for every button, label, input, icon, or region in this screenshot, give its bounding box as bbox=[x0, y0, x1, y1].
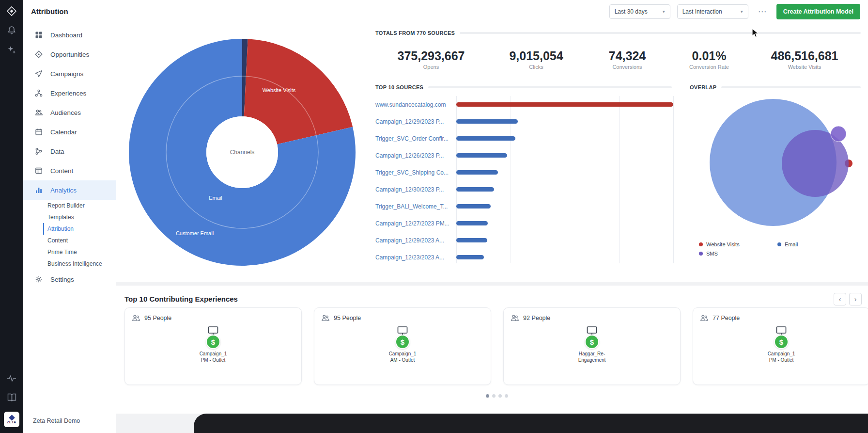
notifications-bell-icon[interactable] bbox=[6, 25, 17, 36]
experience-name: Haggar_Re-Engagement bbox=[576, 351, 608, 363]
sidebar-item-data[interactable]: Data bbox=[23, 142, 116, 161]
sidebar-item-opportunities[interactable]: Opportunities bbox=[23, 45, 116, 64]
sidebar-items: DashboardOpportunitiesCampaignsExperienc… bbox=[23, 25, 116, 289]
experience-card-body: $Campaign_1 AM - Outlet bbox=[314, 325, 491, 363]
carousel-next-button[interactable]: › bbox=[849, 293, 862, 305]
carousel-dot-2[interactable] bbox=[492, 394, 496, 398]
source-bar-track bbox=[456, 187, 673, 192]
source-bar bbox=[456, 187, 494, 192]
source-bar bbox=[456, 221, 488, 225]
experience-name: Campaign_1 PM - Outlet bbox=[197, 351, 229, 363]
source-row: Trigger_SVC_Shipping Co... bbox=[375, 164, 676, 181]
source-label[interactable]: Campaign_12/30/2023 P... bbox=[375, 186, 456, 193]
source-label[interactable]: Campaign_12/27/2023 PM... bbox=[375, 220, 456, 227]
sidebar-subitem-prime-time[interactable]: Prime Time bbox=[43, 246, 116, 258]
sidebar-subitem-attribution[interactable]: Attribution bbox=[43, 223, 116, 235]
signal-icon[interactable] bbox=[6, 373, 17, 384]
zeta-badge[interactable]: ZETA bbox=[4, 412, 19, 427]
opportunities-icon bbox=[35, 50, 43, 58]
experience-name: Campaign_1 PM - Outlet bbox=[765, 351, 797, 363]
zeta-logo-icon[interactable] bbox=[6, 6, 17, 16]
carousel-dot-3[interactable] bbox=[498, 394, 502, 398]
source-bar-track bbox=[456, 204, 673, 208]
carousel-dot-1[interactable] bbox=[486, 394, 489, 398]
header-controls: Last 30 days ▾ Last Interaction ▾ ⋯ Crea… bbox=[609, 4, 860, 19]
overlap-venn-chart bbox=[698, 91, 862, 237]
source-label[interactable]: www.sundancecatalog.com bbox=[375, 101, 456, 108]
source-bar-track bbox=[456, 102, 673, 107]
source-row: Campaign_12/29/2023 P... bbox=[375, 113, 676, 130]
campaigns-icon bbox=[35, 70, 43, 78]
sidebar-subitem-content[interactable]: Content bbox=[43, 235, 116, 246]
source-row: Trigger_BALI_Welcome_T... bbox=[375, 198, 676, 215]
people-icon bbox=[321, 314, 330, 322]
source-bar bbox=[456, 255, 484, 259]
main-content: Channels Website Visits Email Customer E… bbox=[116, 23, 868, 433]
source-label[interactable]: Campaign_12/29/2023 P... bbox=[375, 118, 456, 125]
sidebar-item-label: Audiences bbox=[50, 109, 81, 116]
more-options-button[interactable]: ⋯ bbox=[755, 6, 770, 17]
sidebar-subitem-business-intelligence[interactable]: Business Intelligence bbox=[43, 258, 116, 270]
stat-value: 486,516,681 bbox=[771, 48, 838, 63]
heading-rule bbox=[721, 86, 861, 88]
sidebar-item-dashboard[interactable]: Dashboard bbox=[23, 25, 116, 45]
sidebar-item-experiences[interactable]: Experiences bbox=[23, 83, 116, 103]
people-count: 95 People bbox=[132, 314, 294, 322]
sidebar-item-calendar[interactable]: Calendar bbox=[23, 122, 116, 142]
source-bar-track bbox=[456, 221, 673, 225]
attribution-type-dropdown[interactable]: Last Interaction ▾ bbox=[677, 4, 748, 19]
people-count-label: 77 People bbox=[713, 315, 740, 321]
sidebar-subitem-report-builder[interactable]: Report Builder bbox=[43, 200, 116, 211]
source-label[interactable]: Trigger_SVC_Order Confir... bbox=[375, 135, 456, 142]
sidebar-subitem-label: Attribution bbox=[47, 225, 74, 232]
stat-value: 0.01% bbox=[689, 48, 729, 63]
sidebar-item-audiences[interactable]: Audiences bbox=[23, 103, 116, 122]
legend-dot bbox=[777, 242, 781, 246]
experience-cards: 95 People$Campaign_1 PM - Outlet95 Peopl… bbox=[124, 307, 868, 385]
sidebar-item-analytics[interactable]: Analytics bbox=[23, 180, 116, 200]
sidebar-item-settings[interactable]: Settings bbox=[23, 270, 116, 289]
experience-card[interactable]: 92 People$Haggar_Re-Engagement bbox=[503, 307, 681, 385]
legend-dot bbox=[699, 242, 703, 246]
people-count-label: 95 People bbox=[144, 315, 171, 321]
stat-label: Conversions bbox=[609, 64, 646, 70]
totals-heading-label: TOTALS FROM 770 SOURCES bbox=[375, 30, 455, 36]
sidebar-item-campaigns[interactable]: Campaigns bbox=[23, 64, 116, 83]
carousel-dot-4[interactable] bbox=[505, 394, 508, 398]
stat-value: 9,015,054 bbox=[509, 48, 563, 63]
dollar-icon: $ bbox=[206, 335, 220, 349]
sparkles-icon[interactable] bbox=[6, 45, 17, 55]
source-label[interactable]: Campaign_12/23/2023 A... bbox=[375, 254, 456, 261]
carousel-prev-button[interactable]: ‹ bbox=[834, 293, 846, 305]
source-label[interactable]: Trigger_BALI_Welcome_T... bbox=[375, 203, 456, 210]
stat-value: 74,324 bbox=[609, 48, 646, 63]
legend-label: SMS bbox=[706, 251, 718, 257]
date-range-dropdown[interactable]: Last 30 days ▾ bbox=[609, 4, 670, 19]
sidebar-subitem-label: Report Builder bbox=[47, 202, 85, 209]
analytics-icon bbox=[35, 186, 43, 194]
account-name[interactable]: Zeta Retail Demo bbox=[33, 417, 80, 424]
experiences-icon bbox=[35, 89, 43, 97]
source-label[interactable]: Trigger_SVC_Shipping Co... bbox=[375, 169, 456, 176]
book-icon[interactable] bbox=[6, 392, 17, 403]
sunburst-center-hole bbox=[206, 116, 278, 188]
source-bar bbox=[456, 204, 491, 208]
sidebar-item-content[interactable]: Content bbox=[23, 161, 116, 180]
stat-clicks: 9,015,054Clicks bbox=[509, 48, 563, 70]
create-attribution-model-button[interactable]: Create Attribution Model bbox=[776, 4, 860, 19]
experience-card[interactable]: 95 People$Campaign_1 PM - Outlet bbox=[124, 307, 302, 385]
source-label[interactable]: Campaign_12/26/2023 P... bbox=[375, 152, 456, 159]
source-label[interactable]: Campaign_12/29/2023 A... bbox=[375, 237, 456, 244]
sidebar-subitem-templates[interactable]: Templates bbox=[43, 211, 116, 223]
sidebar-subitem-label: Templates bbox=[47, 214, 74, 221]
dollar-icon: $ bbox=[395, 335, 410, 349]
calendar-icon bbox=[35, 128, 43, 136]
heading-rule bbox=[428, 86, 672, 88]
people-count: 95 People bbox=[321, 314, 484, 322]
experience-card[interactable]: 77 People$Campaign_1 PM - Outlet bbox=[693, 307, 868, 385]
sidebar-item-label: Settings bbox=[50, 276, 74, 283]
experience-card[interactable]: 95 People$Campaign_1 AM - Outlet bbox=[314, 307, 491, 385]
sunburst-svg bbox=[129, 39, 356, 266]
legend-item-website-visits: Website Visits bbox=[699, 241, 777, 247]
icon-rail: ZETA bbox=[0, 0, 23, 433]
